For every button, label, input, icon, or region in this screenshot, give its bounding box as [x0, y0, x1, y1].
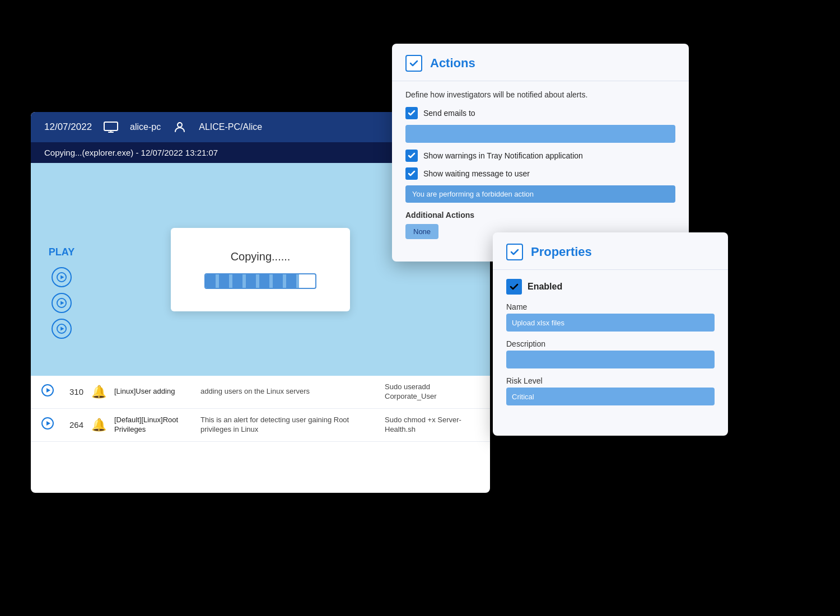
bell-icon-red: 🔔 — [91, 385, 106, 399]
forbidden-message: You are performing a forbidden action — [405, 185, 675, 203]
progress-fill — [206, 274, 299, 288]
play-btn-3[interactable] — [52, 319, 72, 339]
actions-body: Define how investigators will be notifie… — [392, 81, 689, 248]
show-waiting-checkbox[interactable] — [405, 167, 418, 180]
svg-point-1 — [178, 123, 182, 127]
alert-subheader-text: Copying...(explorer.exe) - 12/07/2022 13… — [44, 148, 218, 157]
actions-title: Actions — [430, 56, 475, 71]
svg-marker-3 — [46, 388, 50, 393]
show-warnings-label: Show warnings in Tray Notification appli… — [423, 151, 583, 160]
properties-header: Properties — [493, 232, 728, 270]
name-label: Name — [506, 302, 715, 311]
properties-body: Enabled Name Upload xlsx files Descripti… — [493, 270, 728, 422]
alert-date: 12/07/2022 — [44, 122, 92, 133]
svg-rect-0 — [104, 122, 118, 130]
send-emails-row: Send emails to — [405, 107, 675, 119]
table-row: 264 🔔 [Default][Linux]Root Privileges Th… — [31, 409, 490, 442]
play-btn-2[interactable] — [52, 293, 72, 313]
actions-header: Actions — [392, 44, 689, 81]
play-button-row1[interactable] — [41, 384, 54, 400]
send-emails-input[interactable] — [405, 125, 675, 143]
name-value: Upload xlsx files — [512, 319, 564, 327]
risk-level-value: Critical — [512, 393, 534, 401]
enabled-checkbox[interactable] — [506, 279, 522, 295]
svg-marker-5 — [46, 421, 50, 426]
progress-bar — [204, 273, 316, 289]
alert-desc-1: adding users on the Linux servers — [200, 387, 377, 396]
enabled-row: Enabled — [506, 279, 715, 295]
send-emails-label: Send emails to — [423, 109, 475, 118]
alert-desc-2: This is an alert for detecting user gain… — [200, 416, 377, 435]
user-name: ALICE-PC/Alice — [199, 122, 262, 132]
actions-checkbox[interactable] — [405, 55, 422, 72]
copy-text: Copying...... — [204, 250, 316, 263]
show-waiting-label: Show waiting message to user — [423, 169, 530, 178]
additional-actions-label: Additional Actions — [405, 211, 675, 220]
user-icon — [172, 121, 188, 133]
alert-id-2: 264 — [62, 420, 83, 430]
alert-name-1: [Linux]User adding — [114, 387, 193, 396]
properties-title: Properties — [531, 245, 592, 259]
svg-marker-9 — [60, 301, 64, 305]
description-field[interactable] — [506, 351, 715, 368]
show-warnings-row: Show warnings in Tray Notification appli… — [405, 150, 675, 162]
risk-level-label: Risk Level — [506, 376, 715, 385]
alert-cmd-2: Sudo chmod +x Server-Health.sh — [385, 416, 480, 435]
alert-cmd-1: Sudo useradd Corporate_User — [385, 382, 480, 402]
send-emails-checkbox[interactable] — [405, 107, 418, 119]
svg-marker-7 — [60, 275, 64, 279]
svg-marker-11 — [60, 326, 64, 330]
machine-name: alice-pc — [130, 122, 161, 132]
alert-id-1: 310 — [62, 387, 83, 396]
play-btn-1[interactable] — [52, 267, 72, 287]
play-sidebar: PLAY — [31, 246, 92, 339]
alert-table: 310 🔔 [Linux]User adding adding users on… — [31, 376, 490, 442]
show-warnings-checkbox[interactable] — [405, 150, 418, 162]
play-button-row2[interactable] — [41, 417, 54, 433]
name-field[interactable]: Upload xlsx files — [506, 314, 715, 332]
enabled-label: Enabled — [528, 282, 562, 292]
play-label: PLAY — [49, 246, 74, 258]
description-label: Description — [506, 339, 715, 348]
properties-panel: Properties Enabled Name Upload xlsx file… — [493, 232, 728, 436]
show-waiting-row: Show waiting message to user — [405, 167, 675, 180]
copy-popup: Copying...... — [171, 228, 350, 311]
alert-name-2: [Default][Linux]Root Privileges — [114, 416, 193, 435]
properties-checkbox[interactable] — [506, 244, 523, 260]
actions-panel: Actions Define how investigators will be… — [392, 44, 689, 262]
none-pill: None — [405, 224, 438, 239]
bell-icon-yellow: 🔔 — [91, 418, 106, 432]
risk-level-field[interactable]: Critical — [506, 388, 715, 405]
monitor-icon — [103, 121, 119, 133]
table-row: 310 🔔 [Linux]User adding adding users on… — [31, 376, 490, 409]
actions-description: Define how investigators will be notifie… — [405, 90, 675, 99]
